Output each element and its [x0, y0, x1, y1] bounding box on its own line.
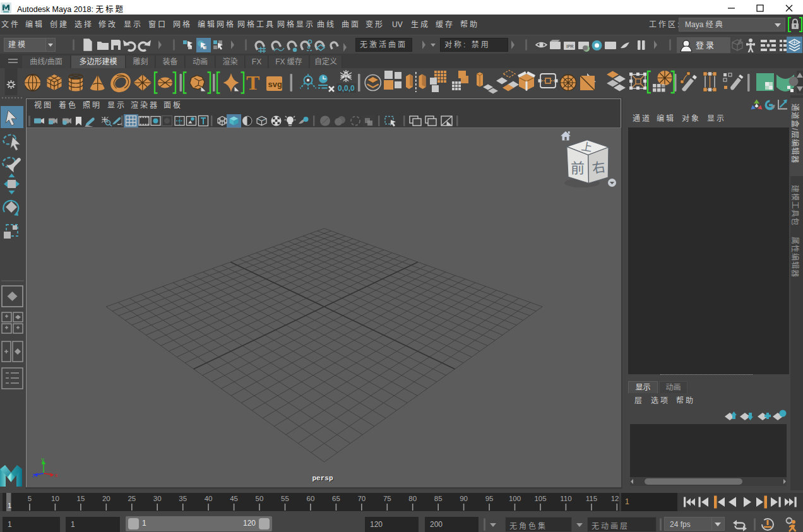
- svg-text:T: T: [246, 71, 259, 94]
- svg-text:z: z: [33, 472, 35, 478]
- svg-text:20: 20: [102, 495, 110, 502]
- svg-text:115: 115: [586, 495, 597, 502]
- svg-text:x: x: [55, 472, 58, 478]
- svg-text:上: 上: [580, 141, 593, 155]
- svg-text:80: 80: [408, 495, 417, 502]
- svg-text:y: y: [42, 456, 45, 463]
- svg-text:35: 35: [179, 495, 187, 502]
- svg-text:85: 85: [434, 495, 443, 502]
- svg-text:55: 55: [281, 495, 289, 502]
- svg-text:30: 30: [153, 495, 162, 502]
- svg-text:40: 40: [205, 495, 213, 502]
- svg-text:10: 10: [51, 495, 59, 502]
- svg-text:0,0,0: 0,0,0: [338, 84, 355, 93]
- svg-text:105: 105: [534, 495, 546, 502]
- svg-text:60: 60: [307, 495, 315, 502]
- svg-text:15: 15: [77, 495, 85, 502]
- svg-text:100: 100: [509, 495, 521, 502]
- svg-text:右: 右: [591, 160, 606, 176]
- svg-text:120: 120: [611, 495, 619, 502]
- svg-text:90: 90: [460, 495, 468, 502]
- svg-text:25: 25: [128, 495, 136, 502]
- svg-text:95: 95: [485, 495, 494, 502]
- svg-text:5: 5: [28, 495, 32, 502]
- svg-text:svg: svg: [268, 80, 282, 89]
- svg-text:IPR: IPR: [566, 44, 574, 49]
- svg-text:50: 50: [256, 495, 264, 502]
- svg-text:110: 110: [560, 495, 571, 502]
- svg-text:75: 75: [383, 495, 391, 502]
- svg-text:1: 1: [8, 502, 11, 509]
- svg-text:前: 前: [571, 160, 585, 176]
- svg-text:45: 45: [230, 495, 238, 502]
- svg-text:70: 70: [357, 495, 366, 502]
- svg-text:65: 65: [332, 495, 340, 502]
